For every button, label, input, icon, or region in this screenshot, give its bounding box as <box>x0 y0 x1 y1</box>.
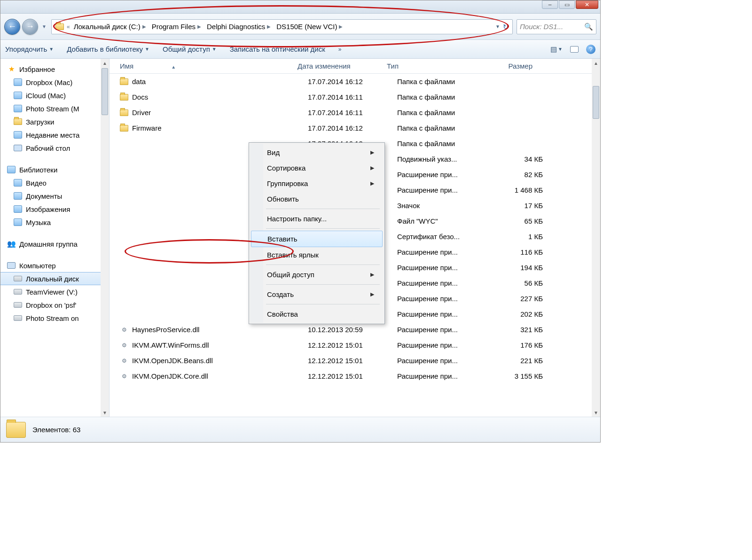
sidebar-libraries-header[interactable]: Библиотеки <box>0 163 109 176</box>
organize-menu[interactable]: Упорядочить▼ <box>5 45 54 53</box>
breadcrumb[interactable]: DS150E (New VCI)▶ <box>274 20 345 34</box>
folder-icon <box>120 94 128 101</box>
scroll-up-icon[interactable]: ▲ <box>592 59 600 67</box>
view-options-button[interactable]: ▤▼ <box>550 45 563 54</box>
file-type: Расширение при... <box>397 326 491 334</box>
file-size: 194 КБ <box>491 264 552 272</box>
ctx-refresh[interactable]: Обновить <box>250 191 384 207</box>
music-icon <box>14 218 22 226</box>
context-menu-separator <box>266 209 380 209</box>
sidebar-item-downloads[interactable]: Загрузки <box>0 115 109 128</box>
file-icon <box>120 155 128 163</box>
back-button[interactable]: ← <box>4 19 20 35</box>
sidebar-item-local-disk[interactable]: Локальный диск <box>0 272 109 285</box>
maximize-button[interactable]: ▭ <box>559 0 575 9</box>
file-row[interactable]: Driver17.07.2014 16:11Папка с файлами <box>110 105 600 120</box>
sidebar-item-pictures[interactable]: Изображения <box>0 202 109 216</box>
sidebar-item-dropbox-net[interactable]: Dropbox on 'psf' <box>0 298 109 311</box>
file-size: 82 КБ <box>491 171 552 179</box>
sidebar-item-documents[interactable]: Документы <box>0 189 109 202</box>
sidebar-item-icloud-mac[interactable]: iCloud (Mac) <box>0 89 109 102</box>
file-size: 221 КБ <box>491 357 552 365</box>
computer-icon <box>7 262 16 269</box>
file-date: 10.12.2013 20:59 <box>308 326 397 334</box>
sidebar-item-photo-stream[interactable]: Photo Stream (M <box>0 102 109 115</box>
dropbox-icon <box>14 78 22 86</box>
scroll-down-icon[interactable]: ▼ <box>592 408 600 417</box>
status-bar: Элементов: 63 <box>0 417 600 442</box>
burn-button[interactable]: Записать на оптический диск <box>230 45 325 53</box>
preview-pane-button[interactable] <box>570 46 579 53</box>
ctx-customize-folder[interactable]: Настроить папку... <box>250 211 384 226</box>
drive-icon <box>14 276 22 281</box>
search-input[interactable]: Поиск: DS1... 🔍 <box>517 19 596 34</box>
chevron-down-icon[interactable]: ▼ <box>495 24 500 29</box>
breadcrumb[interactable]: Delphi Diagnostics▶ <box>204 20 274 34</box>
file-row[interactable]: IKVM.OpenJDK.Core.dll12.12.2012 15:01Рас… <box>110 368 600 384</box>
file-row[interactable]: IKVM.OpenJDK.Beans.dll12.12.2012 15:01Ра… <box>110 353 600 368</box>
submenu-arrow-icon: ▶ <box>370 149 374 156</box>
ctx-paste-shortcut[interactable]: Вставить ярлык <box>250 247 384 263</box>
scroll-thumb[interactable] <box>593 86 599 119</box>
file-size: 202 КБ <box>491 310 552 318</box>
ctx-properties[interactable]: Свойства <box>250 306 384 322</box>
file-date: 12.12.2012 15:01 <box>308 372 397 380</box>
file-type: Расширение при... <box>397 310 491 318</box>
close-button[interactable]: ✕ <box>576 0 598 9</box>
column-type-header[interactable]: Тип <box>387 62 481 70</box>
sidebar-computer-header[interactable]: Компьютер <box>0 259 109 272</box>
column-name-header[interactable]: Имя▲ <box>110 62 298 70</box>
ctx-group[interactable]: Группировка▶ <box>250 176 384 191</box>
column-date-header[interactable]: Дата изменения <box>298 62 387 70</box>
sidebar-item-dropbox-mac[interactable]: Dropbox (Mac) <box>0 76 109 89</box>
file-name: Firmware <box>132 124 162 132</box>
context-menu-separator <box>266 228 380 229</box>
file-date: 12.12.2012 15:01 <box>308 357 397 365</box>
sidebar-item-videos[interactable]: Видео <box>0 176 109 189</box>
sidebar-item-teamviewer[interactable]: TeamViewer (V:) <box>0 285 109 298</box>
ctx-share[interactable]: Общий доступ▶ <box>250 267 384 282</box>
sidebar-scrollbar[interactable]: ▲ ▼ <box>101 59 109 417</box>
scroll-down-icon[interactable]: ▼ <box>101 408 109 417</box>
folder-icon <box>55 23 64 30</box>
file-row[interactable]: data17.07.2014 16:12Папка с файлами <box>110 74 600 89</box>
scroll-thumb[interactable] <box>102 68 108 115</box>
sidebar-item-desktop[interactable]: Рабочий стол <box>0 141 109 155</box>
ctx-sort[interactable]: Сортировка▶ <box>250 160 384 176</box>
toolbar-overflow[interactable]: » <box>338 46 342 53</box>
help-button[interactable]: ? <box>586 45 595 54</box>
sidebar-item-photo-stream-net[interactable]: Photo Stream on <box>0 311 109 325</box>
file-row[interactable]: IKVM.AWT.WinForms.dll12.12.2012 15:01Рас… <box>110 337 600 353</box>
minimize-button[interactable]: – <box>542 0 558 9</box>
ctx-view[interactable]: Вид▶ <box>250 145 384 160</box>
dll-icon <box>120 357 128 365</box>
homegroup-icon: 👥 <box>7 240 16 248</box>
file-name: IKVM.OpenJDK.Core.dll <box>132 372 208 380</box>
ctx-new[interactable]: Создать▶ <box>250 287 384 302</box>
sidebar-item-music[interactable]: Музыка <box>0 216 109 229</box>
share-menu[interactable]: Общий доступ▼ <box>163 45 217 53</box>
file-row[interactable]: Docs17.07.2014 16:11Папка с файлами <box>110 89 600 105</box>
history-dropdown[interactable]: ▼ <box>40 24 48 29</box>
chevron-right-icon: ▶ <box>267 24 271 29</box>
ctx-paste[interactable]: Вставить <box>251 231 383 247</box>
sidebar-item-recent[interactable]: Недавние места <box>0 128 109 141</box>
file-icon <box>120 295 128 303</box>
file-icon <box>120 264 128 272</box>
include-in-library-menu[interactable]: Добавить в библиотеку▼ <box>67 45 149 53</box>
file-list-scrollbar[interactable]: ▲ ▼ <box>592 59 600 417</box>
file-name: Docs <box>132 93 148 101</box>
breadcrumb[interactable]: Локальный диск (C:)▶ <box>71 20 149 34</box>
breadcrumb[interactable]: Program Files▶ <box>149 20 204 34</box>
column-size-header[interactable]: Размер <box>481 62 542 70</box>
sidebar-homegroup-header[interactable]: 👥Домашняя группа <box>0 237 109 250</box>
file-size: 1 468 КБ <box>491 186 552 194</box>
file-type: Расширение при... <box>397 372 491 380</box>
forward-button[interactable]: → <box>22 19 38 35</box>
address-bar[interactable]: « Локальный диск (C:)▶ Program Files▶ De… <box>51 19 513 34</box>
sidebar-favorites-header[interactable]: ★Избранное <box>0 62 109 76</box>
file-icon <box>120 217 128 226</box>
file-row[interactable]: Firmware17.07.2014 16:12Папка с файлами <box>110 120 600 136</box>
scroll-up-icon[interactable]: ▲ <box>101 59 109 67</box>
refresh-icon[interactable]: ↻ <box>503 23 509 31</box>
